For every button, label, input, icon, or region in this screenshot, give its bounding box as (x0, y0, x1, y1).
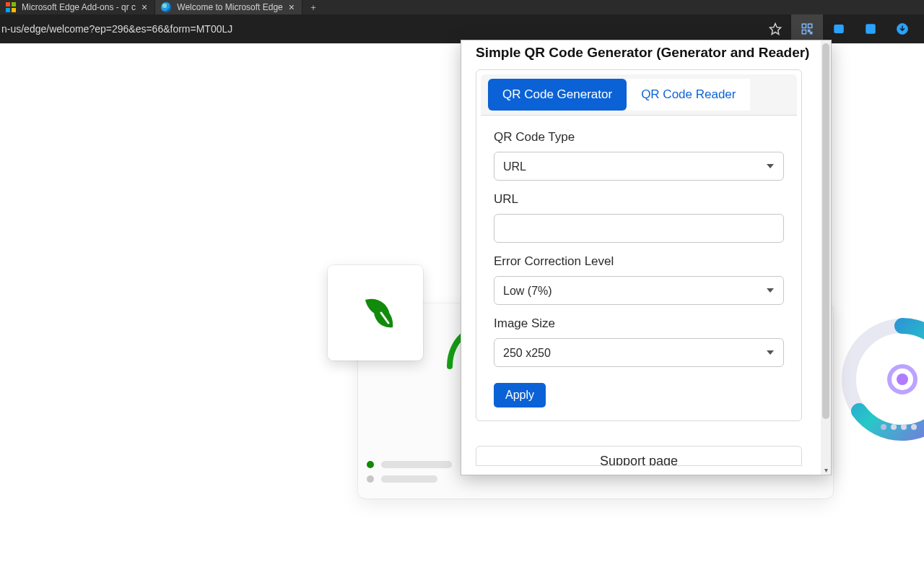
close-icon[interactable]: × (289, 2, 295, 12)
label-url: URL (494, 192, 784, 207)
select-image-size[interactable]: 250 x250 (494, 338, 784, 367)
extension-popup: ▾ Simple QR Code Generator (Generator an… (461, 40, 832, 475)
msstore-icon (6, 2, 16, 12)
svg-rect-6 (834, 25, 843, 33)
favorite-icon[interactable] (759, 14, 791, 43)
scrollbar-thumb[interactable] (822, 43, 829, 419)
svg-rect-1 (802, 24, 806, 27)
qr-extension-icon[interactable] (791, 14, 823, 43)
svg-rect-2 (808, 24, 812, 27)
browser-tab-addons[interactable]: Microsoft Edge Add-ons - qr c × (0, 0, 155, 14)
label-error-level: Error Correction Level (494, 254, 784, 269)
close-icon[interactable]: × (141, 2, 147, 12)
popup-scrollbar[interactable]: ▾ (821, 40, 831, 475)
leaf-icon (352, 290, 398, 336)
popup-tabs: QR Code Generator QR Code Reader (481, 74, 797, 116)
tab-strip: Microsoft Edge Add-ons - qr c × Welcome … (0, 0, 924, 14)
toolbar-icons (759, 14, 918, 43)
tab-title: Welcome to Microsoft Edge (177, 2, 283, 12)
label-image-size: Image Size (494, 316, 784, 331)
new-tab-button[interactable]: ＋ (302, 0, 324, 14)
hero-text: ur d beyond what you ever rter browser. … (0, 170, 202, 358)
svg-rect-5 (811, 33, 812, 34)
leaf-card (328, 265, 423, 361)
apply-button[interactable]: Apply (494, 383, 546, 407)
page-content: ur d beyond what you ever rter browser. … (0, 43, 924, 578)
svg-rect-4 (808, 30, 810, 32)
performance-panel: ⌄ (837, 285, 924, 488)
browser-chrome: Microsoft Edge Add-ons - qr c × Welcome … (0, 0, 924, 43)
svg-point-13 (897, 374, 908, 385)
hero-title: ur d (0, 170, 202, 255)
extension-icon-2[interactable] (823, 14, 855, 43)
support-link[interactable]: Support page (476, 446, 802, 466)
tab-generator[interactable]: QR Code Generator (488, 79, 627, 111)
extension-icon-3[interactable] (855, 14, 886, 43)
svg-rect-3 (802, 30, 806, 34)
browser-tab-welcome[interactable]: Welcome to Microsoft Edge × (155, 0, 302, 14)
downloads-icon[interactable] (886, 14, 918, 43)
svg-marker-0 (770, 24, 781, 35)
address-bar: n-us/edge/welcome?ep=296&es=66&form=MT00… (0, 14, 924, 43)
url-text[interactable]: n-us/edge/welcome?ep=296&es=66&form=MT00… (0, 23, 757, 35)
edge-icon (161, 2, 171, 12)
generator-card: QR Code Generator QR Code Reader QR Code… (476, 69, 802, 421)
label-qr-type: QR Code Type (494, 130, 784, 144)
select-error-level[interactable]: Low (7%) (494, 276, 784, 305)
generator-form: QR Code Type URL URL Error Correction Le… (481, 116, 797, 407)
gauge-icon (837, 314, 924, 444)
tab-title: Microsoft Edge Add-ons - qr c (22, 2, 136, 12)
popup-title: Simple QR Code Generator (Generator and … (476, 45, 822, 61)
input-url[interactable] (494, 214, 784, 243)
select-qr-type[interactable]: URL (494, 152, 784, 181)
skeleton-rows (367, 461, 452, 490)
hero-subtitle: beyond what you ever rter browser. (0, 274, 202, 316)
tab-reader[interactable]: QR Code Reader (627, 79, 750, 111)
scrollbar-down-icon[interactable]: ▾ (821, 465, 831, 475)
